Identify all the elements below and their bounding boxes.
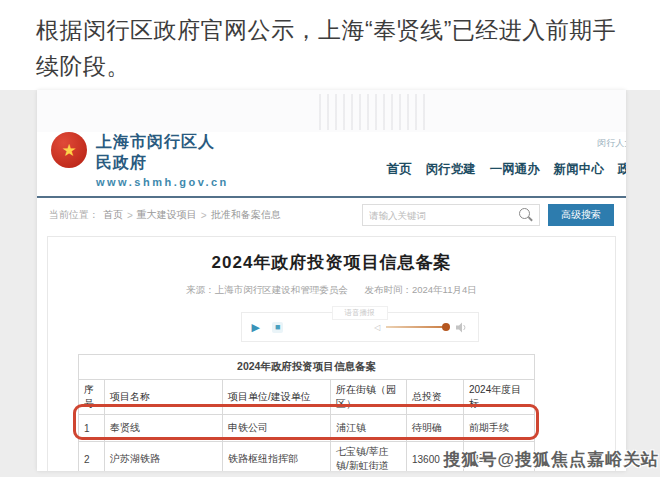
nav-home[interactable]: 首页 bbox=[387, 161, 412, 178]
gov-site-screenshot: ★ 上海市闵行区人民政府 www.shmh.gov.cn 闵行人大 闵行政协 全… bbox=[37, 90, 626, 471]
stop-button[interactable]: ■ bbox=[272, 322, 283, 333]
breadcrumb-major-projects[interactable]: 重大建设项目 bbox=[137, 208, 197, 222]
volume-down-icon: ◁ bbox=[374, 323, 380, 332]
cell-index: 2 bbox=[79, 442, 105, 472]
table-title: 2024年政府投资项目信息备案 bbox=[79, 355, 535, 380]
main-nav: 首页 闵行党建 一网通办 新闻中心 政务公开 便民服务 互动交流 投资闵行 闵行… bbox=[387, 161, 626, 178]
volume-slider[interactable] bbox=[386, 326, 448, 328]
col-header-index: 序号 bbox=[79, 380, 105, 415]
breadcrumb-separator: > bbox=[201, 210, 207, 221]
site-identity: 上海市闵行区人民政府 www.shmh.gov.cn bbox=[96, 132, 229, 188]
col-header-unit: 项目单位/建设单位 bbox=[223, 380, 331, 415]
breadcrumb-separator: > bbox=[127, 210, 133, 221]
nav-one-portal[interactable]: 一网通办 bbox=[490, 161, 540, 178]
utility-bar: 闵行人大 闵行政协 全网搜索 简体▾ 无障碍 关怀版 bbox=[229, 134, 626, 152]
col-header-goal: 2024年度目标 bbox=[464, 380, 535, 415]
site-name: 上海市闵行区人民政府 bbox=[96, 132, 229, 174]
cell-project: 奉贤线 bbox=[105, 415, 223, 442]
advanced-search-button[interactable]: 高级搜索 bbox=[548, 204, 614, 226]
play-button[interactable]: ▶ bbox=[252, 322, 260, 333]
table-row-fengxian-line: 1 奉贤线 申铁公司 浦江镇 待明确 前期手续 bbox=[79, 415, 535, 442]
article-caption: 根据闵行区政府官网公示，上海“奉贤线”已经进入前期手续阶段。 bbox=[0, 0, 660, 90]
site-url[interactable]: www.shmh.gov.cn bbox=[96, 176, 229, 188]
link-renda[interactable]: 闵行人大 bbox=[597, 137, 626, 150]
article-title: 2024年政府投资项目信息备案 bbox=[48, 251, 615, 274]
screenshot-background: ★ 上海市闵行区人民政府 www.shmh.gov.cn 闵行人大 闵行政协 全… bbox=[0, 90, 660, 477]
cell-index: 1 bbox=[79, 415, 105, 442]
site-banner bbox=[37, 90, 626, 132]
breadcrumb-home[interactable]: 首页 bbox=[103, 208, 123, 222]
article-meta: 来源：上海市闵行区建设和管理委员会 发布时间：2024年11月4日 bbox=[48, 284, 615, 297]
cell-unit: 铁路枢纽指挥部 bbox=[223, 442, 331, 472]
col-header-project: 项目名称 bbox=[105, 380, 223, 415]
breadcrumb-bar: 当前位置： 首页 > 重大建设项目 > 批准和备案信息 高级搜索 bbox=[37, 198, 626, 232]
breadcrumb-prefix: 当前位置： bbox=[49, 208, 99, 222]
speaker-icon bbox=[456, 322, 468, 333]
sohu-watermark: 搜狐号@搜狐焦点嘉峪关站 bbox=[443, 448, 659, 471]
cell-unit: 申铁公司 bbox=[223, 415, 331, 442]
table-title-row: 2024年政府投资项目信息备案 bbox=[79, 355, 535, 380]
col-header-investment: 总投资 bbox=[407, 380, 464, 415]
nav-news[interactable]: 新闻中心 bbox=[554, 161, 604, 178]
cell-project: 沪苏湖铁路 bbox=[105, 442, 223, 472]
audio-player: 语音播报 ▶ ■ ◁ bbox=[241, 312, 479, 342]
national-emblem-logo-icon: ★ bbox=[51, 132, 87, 168]
col-header-town: 所在街镇（园区） bbox=[331, 380, 407, 415]
article-publish-date: 发布时间：2024年11月4日 bbox=[364, 284, 476, 295]
search-icon[interactable] bbox=[519, 208, 530, 219]
table-header-row: 序号 项目名称 项目单位/建设单位 所在街镇（园区） 总投资 2024年度目标 bbox=[79, 380, 535, 415]
cell-goal: 前期手续 bbox=[464, 415, 535, 442]
keyword-search-input[interactable] bbox=[362, 204, 540, 226]
cell-investment: 待明确 bbox=[407, 415, 464, 442]
nav-party[interactable]: 闵行党建 bbox=[426, 161, 476, 178]
volume-slider-handle[interactable] bbox=[442, 323, 450, 331]
article-source: 来源：上海市闵行区建设和管理委员会 bbox=[186, 284, 348, 295]
page: 根据闵行区政府官网公示，上海“奉贤线”已经进入前期手续阶段。 ★ 上海市闵行区人… bbox=[0, 0, 660, 477]
cell-town: 七宝镇/莘庄镇/新虹街道 bbox=[331, 442, 407, 472]
nav-gov-info[interactable]: 政务公开 bbox=[618, 161, 626, 178]
cell-town: 浦江镇 bbox=[331, 415, 407, 442]
banner-stripes-decoration bbox=[319, 94, 431, 130]
site-header: ★ 上海市闵行区人民政府 www.shmh.gov.cn 闵行人大 闵行政协 全… bbox=[37, 132, 626, 198]
audio-player-label: 语音播报 bbox=[332, 306, 388, 320]
breadcrumb-approval-records[interactable]: 批准和备案信息 bbox=[211, 208, 281, 222]
article-panel: 2024年政府投资项目信息备案 来源：上海市闵行区建设和管理委员会 发布时间：2… bbox=[47, 236, 616, 471]
